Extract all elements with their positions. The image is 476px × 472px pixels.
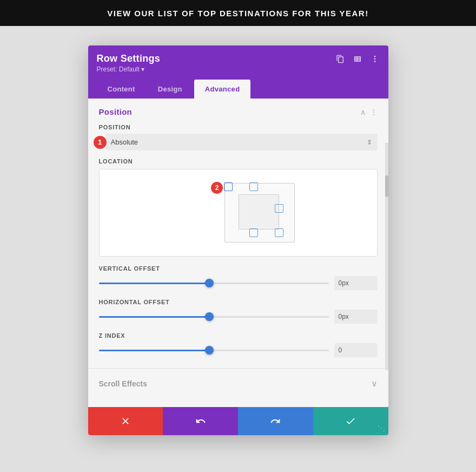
section-header-actions: ∧ ⋮ xyxy=(360,108,378,116)
copy-icon[interactable] xyxy=(334,53,346,65)
z-index-slider[interactable] xyxy=(99,345,329,356)
action-bar xyxy=(88,407,388,435)
location-grid-container: 2 xyxy=(99,169,378,257)
modal: Row Settings Preset: Default ▾ Content D… xyxy=(88,45,388,435)
position-field-label: Position xyxy=(99,124,378,130)
z-index-group: Z Index xyxy=(99,332,378,357)
columns-icon[interactable] xyxy=(352,53,363,65)
tab-content[interactable]: Content xyxy=(97,80,146,99)
grid-inner xyxy=(239,194,279,230)
grid-visual: 2 xyxy=(178,180,298,245)
svg-point-0 xyxy=(374,56,375,57)
divider xyxy=(88,368,388,369)
step1-badge: 1 xyxy=(94,136,107,149)
step2-badge: 2 xyxy=(211,182,223,194)
banner-text: VIEW OUR LIST OF TOP DESTINATIONS FOR TH… xyxy=(107,9,368,18)
vertical-offset-group: Vertical Offset xyxy=(99,265,378,290)
z-index-row xyxy=(99,343,378,357)
more-options-icon[interactable] xyxy=(369,53,381,65)
z-index-fill xyxy=(99,350,209,351)
pos-top-left[interactable] xyxy=(224,182,233,191)
vertical-offset-track xyxy=(99,283,329,284)
grid-outer xyxy=(224,183,295,242)
horizontal-offset-slider[interactable] xyxy=(99,311,329,322)
scroll-effects-title: Scroll Effects xyxy=(99,379,147,388)
position-select[interactable]: Default Relative Absolute Fixed xyxy=(105,134,378,150)
scroll-effects-chevron-icon: ∨ xyxy=(371,378,378,389)
horizontal-offset-group: Horizontal Offset xyxy=(99,299,378,324)
z-index-label: Z Index xyxy=(99,332,378,339)
cancel-button[interactable] xyxy=(88,407,163,435)
vertical-offset-thumb[interactable] xyxy=(205,279,214,287)
section-header: Position ∧ ⋮ xyxy=(99,107,378,116)
modal-header-actions xyxy=(334,53,381,65)
vertical-offset-row xyxy=(99,276,378,290)
redo-button[interactable] xyxy=(238,407,313,435)
modal-subtitle[interactable]: Preset: Default ▾ xyxy=(97,65,380,73)
horizontal-offset-label: Horizontal Offset xyxy=(99,299,378,305)
tab-design[interactable]: Design xyxy=(147,80,193,99)
horizontal-offset-thumb[interactable] xyxy=(205,312,214,321)
resize-dots-icon: ⋱ xyxy=(378,424,385,432)
svg-point-2 xyxy=(374,61,375,62)
horizontal-offset-track xyxy=(99,316,329,318)
scroll-thumb[interactable] xyxy=(385,175,388,197)
vertical-offset-fill xyxy=(99,283,209,284)
pos-bottom-center[interactable] xyxy=(249,228,258,237)
pos-mid-right[interactable] xyxy=(275,204,283,213)
z-index-track xyxy=(99,350,329,351)
vertical-offset-value[interactable] xyxy=(334,276,378,290)
tab-advanced[interactable]: Advanced xyxy=(194,80,251,99)
vertical-offset-slider[interactable] xyxy=(99,278,329,289)
horizontal-offset-row xyxy=(99,310,378,324)
tabs: Content Design Advanced xyxy=(88,80,388,99)
vertical-offset-label: Vertical Offset xyxy=(99,265,378,272)
svg-point-1 xyxy=(374,58,375,60)
resize-handle[interactable]: ⋱ xyxy=(376,423,385,432)
modal-header: Row Settings Preset: Default ▾ xyxy=(88,45,388,80)
horizontal-offset-fill xyxy=(99,316,209,318)
z-index-value[interactable] xyxy=(334,343,378,357)
collapse-icon[interactable]: ∧ xyxy=(360,108,366,116)
pos-bottom-right[interactable] xyxy=(275,228,283,237)
location-label: Location xyxy=(99,158,378,165)
position-select-wrapper: 1 Default Relative Absolute Fixed ⇕ xyxy=(99,134,378,150)
scrollbar[interactable] xyxy=(385,143,388,370)
page-area: Row Settings Preset: Default ▾ Content D… xyxy=(0,26,476,472)
position-section: Position ∧ ⋮ Position 1 Default Relative… xyxy=(88,99,388,366)
undo-button[interactable] xyxy=(163,407,238,435)
location-grid[interactable]: 2 xyxy=(105,175,372,251)
z-index-thumb[interactable] xyxy=(205,346,214,355)
horizontal-offset-value[interactable] xyxy=(334,310,378,324)
section-title: Position xyxy=(99,107,133,116)
modal-content: Position ∧ ⋮ Position 1 Default Relative… xyxy=(88,99,388,407)
section-more-icon[interactable]: ⋮ xyxy=(370,108,378,116)
pos-top-center[interactable] xyxy=(249,182,258,191)
scroll-effects-section[interactable]: Scroll Effects ∨ xyxy=(88,371,388,396)
top-banner: VIEW OUR LIST OF TOP DESTINATIONS FOR TH… xyxy=(0,0,476,26)
